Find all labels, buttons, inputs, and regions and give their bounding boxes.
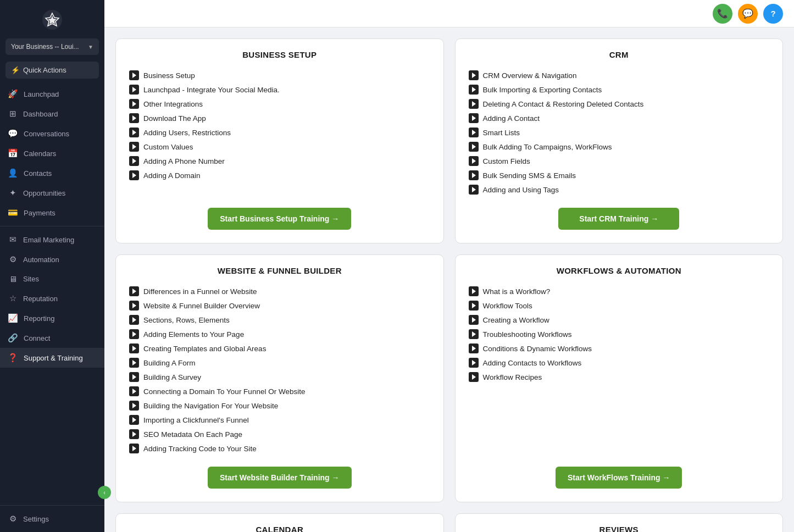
card-list-item: Adding A Domain (129, 168, 430, 182)
training-card-calendar: CALENDAR (115, 513, 444, 532)
card-list-item: Differences in a Funnel or Website (129, 284, 430, 298)
app-logo-icon (42, 10, 62, 30)
card-list-item: Building A Form (129, 356, 430, 370)
sidebar-collapse-button[interactable]: ‹ (98, 486, 111, 499)
sidebar-item-launchpad[interactable]: 🚀 Launchpad (0, 84, 104, 104)
play-icon (129, 156, 139, 166)
card-item-text: Adding Elements to Your Page (143, 330, 244, 339)
sidebar-item-label: Support & Training (24, 354, 83, 362)
card-title: REVIEWS (469, 525, 770, 532)
sidebar-item-label: Opportunities (23, 189, 65, 197)
training-card-website-funnel-builder: WEBSITE & FUNNEL BUILDER Differences in … (115, 254, 444, 502)
card-list-item: Adding Users, Restrictions (129, 125, 430, 140)
card-item-text: Adding A Phone Number (143, 157, 225, 165)
card-item-text: Troubleshooting Workflows (483, 330, 572, 339)
connect-icon: 🔗 (8, 333, 18, 343)
sidebar-item-support-training[interactable]: ❓ Support & Training (0, 348, 104, 368)
sidebar-item-label: Calendars (24, 149, 56, 158)
play-icon (469, 170, 479, 180)
card-item-text: Importing a Clickfunnel's Funnel (143, 416, 249, 424)
play-icon (129, 128, 139, 137)
bolt-icon: ⚡ (11, 66, 20, 74)
launchpad-icon: 🚀 (8, 89, 18, 99)
play-icon (129, 170, 139, 180)
sidebar-logo (0, 0, 104, 35)
play-icon (469, 128, 479, 137)
payments-icon: 💳 (8, 208, 18, 218)
play-icon (129, 85, 139, 95)
play-icon (469, 343, 479, 353)
training-card-business-setup: BUSINESS SETUP Business Setup Launchpad … (115, 38, 444, 243)
start-training-button[interactable]: Start WorkFlows Training → (556, 467, 682, 489)
card-item-text: Deleting A Contact & Restoring Deleted C… (483, 100, 644, 108)
sidebar-item-reporting[interactable]: 📈 Reporting (0, 308, 104, 328)
play-icon (129, 113, 139, 123)
card-item-text: Adding A Domain (143, 171, 201, 180)
card-items-list: What is a Workflow? Workflow Tools Creat… (469, 284, 770, 456)
calendars-icon: 📅 (8, 148, 18, 158)
sidebar-item-label: Email Marketing (23, 236, 74, 244)
sidebar-item-contacts[interactable]: 👤 Contacts (0, 163, 104, 183)
training-card-workflows-automation: WORKFLOWS & AUTOMATION What is a Workflo… (455, 254, 784, 502)
card-item-text: Other Integrations (143, 100, 203, 108)
sidebar-item-opportunities[interactable]: ✦ Opportunities (0, 183, 104, 203)
main-content: BUSINESS SETUP Business Setup Launchpad … (104, 27, 794, 532)
card-item-text: Workflow Tools (483, 302, 532, 310)
card-list-item: Deleting A Contact & Restoring Deleted C… (469, 97, 770, 111)
sidebar-item-conversations[interactable]: 💬 Conversations (0, 124, 104, 143)
card-item-text: CRM Overview & Navigation (483, 71, 577, 80)
sidebar-item-label: Contacts (24, 169, 52, 178)
settings-label: Settings (23, 515, 49, 523)
start-training-button[interactable]: Start CRM Training → (558, 208, 679, 230)
sidebar-item-label: Automation (23, 256, 59, 264)
phone-icon-button[interactable]: 📞 (713, 4, 732, 24)
play-icon (129, 142, 139, 152)
reporting-icon: 📈 (8, 313, 18, 323)
card-list-item: Sections, Rows, Elements (129, 313, 430, 327)
sidebar-item-connect[interactable]: 🔗 Connect (0, 328, 104, 348)
start-training-button[interactable]: Start Website Builder Training → (208, 467, 352, 489)
card-list-item: Business Setup (129, 68, 430, 82)
card-items-list: CRM Overview & Navigation Bulk Importing… (469, 68, 770, 197)
card-item-text: Adding Contacts to Workflows (483, 359, 582, 367)
card-list-item: Adding Elements to Your Page (129, 327, 430, 341)
play-icon (129, 329, 139, 339)
play-icon (469, 286, 479, 296)
sidebar-item-dashboard[interactable]: ⊞ Dashboard (0, 104, 104, 124)
sidebar-item-settings[interactable]: ⚙ Settings (0, 509, 104, 529)
card-list-item: Troubleshooting Workflows (469, 327, 770, 341)
play-icon (129, 358, 139, 368)
sidebar-item-label: Connect (24, 334, 50, 342)
training-cards-grid: BUSINESS SETUP Business Setup Launchpad … (115, 38, 783, 532)
business-selector[interactable]: Your Business -- Loui... ▼ (5, 38, 99, 55)
card-item-text: Conditions & Dynamic Workflows (483, 345, 592, 353)
conversations-icon: 💬 (8, 129, 18, 138)
card-item-text: Building the Navigation For Your Website (143, 402, 278, 410)
card-item-text: Building A Survey (143, 373, 201, 381)
start-training-button[interactable]: Start Business Setup Training → (208, 208, 351, 230)
play-icon (129, 315, 139, 325)
opportunities-icon: ✦ (8, 188, 18, 198)
card-list-item: Bulk Importing & Exporting Contacts (469, 82, 770, 97)
sidebar-item-automation[interactable]: ⚙ Automation (0, 250, 104, 269)
nav-list: 🚀 Launchpad ⊞ Dashboard 💬 Conversations … (0, 84, 104, 368)
quick-actions-button[interactable]: ⚡ Quick Actions (5, 62, 99, 79)
sidebar-item-label: Reputation (23, 295, 58, 303)
card-item-text: Adding Tracking Code to Your Site (143, 445, 257, 453)
sidebar-item-sites[interactable]: 🖥 Sites (0, 269, 104, 289)
quick-actions-label: Quick Actions (23, 66, 66, 74)
play-icon (129, 372, 139, 382)
card-title: CRM (469, 50, 770, 59)
play-icon (129, 70, 139, 80)
email-marketing-icon: ✉ (8, 235, 18, 245)
sidebar-item-reputation[interactable]: ☆ Reputation (0, 289, 104, 308)
card-item-text: Bulk Adding To Campaigns, WorkFlows (483, 143, 612, 151)
sidebar-item-calendars[interactable]: 📅 Calendars (0, 143, 104, 163)
sidebar-item-payments[interactable]: 💳 Payments (0, 203, 104, 223)
card-list-item: Adding Tracking Code to Your Site (129, 441, 430, 456)
card-item-text: Business Setup (143, 71, 195, 80)
card-list-item: SEO Metadata On Each Page (129, 427, 430, 441)
chat-icon-button[interactable]: 💬 (738, 4, 758, 24)
sidebar-item-email-marketing[interactable]: ✉ Email Marketing (0, 230, 104, 250)
help-icon-button[interactable]: ? (763, 4, 783, 24)
